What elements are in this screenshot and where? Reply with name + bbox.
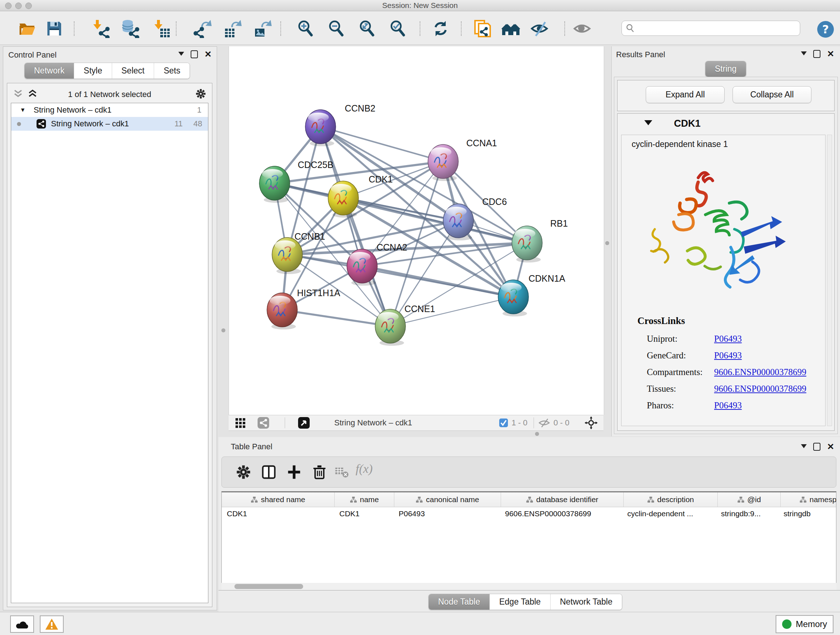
cell-namespace[interactable]: stringdb [778, 507, 836, 520]
table-horizontal-scrollbar[interactable] [221, 583, 836, 590]
cell-name[interactable]: CDK1 [334, 507, 393, 520]
right-splitter-handle[interactable] [605, 241, 609, 245]
search-input[interactable] [637, 22, 798, 35]
node-RB1[interactable] [512, 226, 542, 263]
show-columns-icon[interactable] [260, 463, 278, 481]
cell-at-id[interactable]: stringdb:9... [716, 507, 778, 520]
table-options-gear-icon[interactable] [235, 463, 252, 481]
tree-expander-icon[interactable]: ▼ [20, 103, 26, 117]
column-header-database-identifier[interactable]: database identifier [501, 492, 624, 507]
window-close-button[interactable] [5, 3, 11, 9]
column-header-name[interactable]: name [335, 492, 394, 507]
grid-view-icon[interactable] [235, 418, 246, 429]
results-scrollbar[interactable] [827, 135, 832, 426]
network-view-mode-icon[interactable] [257, 417, 269, 429]
expand-all-button[interactable]: Expand All [646, 86, 725, 103]
toolbar-separator [420, 21, 420, 36]
show-all-eye-icon[interactable] [573, 19, 592, 38]
cell-description[interactable]: cyclin-dependent ... [622, 507, 716, 520]
collapse-entry-icon[interactable] [644, 120, 652, 129]
crosslink-value-link[interactable]: 9606.ENSP00000378699 [714, 367, 806, 377]
tab-network-table[interactable]: Network Table [551, 594, 622, 610]
panel-menu-icon[interactable] [801, 51, 807, 58]
import-network-from-file-icon[interactable] [91, 19, 110, 38]
zoom-fit-icon[interactable] [358, 19, 377, 38]
node-CCNE1[interactable] [375, 309, 406, 346]
cell-database-identifier[interactable]: 9606.ENSP00000378699 [500, 507, 622, 520]
tab-edge-table[interactable]: Edge Table [490, 594, 551, 610]
cloud-status-button[interactable] [10, 616, 34, 633]
panel-close-icon[interactable]: ✕ [204, 51, 212, 57]
tab-network[interactable]: Network [25, 63, 74, 79]
open-session-icon[interactable] [18, 19, 36, 38]
column-header-canonical-name[interactable]: canonical name [394, 492, 501, 507]
node-HIST1H1A[interactable] [267, 293, 297, 329]
tab-node-table[interactable]: Node Table [429, 594, 490, 610]
panel-float-icon[interactable] [191, 50, 198, 58]
save-session-icon[interactable] [45, 19, 64, 38]
edge-HIST1H1A-CCNE1[interactable] [282, 310, 390, 326]
birds-eye-view-icon[interactable] [298, 417, 309, 429]
crosslink-value-link[interactable]: P06493 [714, 401, 742, 410]
panel-float-icon[interactable] [813, 50, 821, 58]
add-column-icon[interactable] [286, 463, 303, 481]
import-table-from-file-icon[interactable] [152, 19, 171, 38]
zoom-selected-icon[interactable] [388, 19, 407, 38]
home-icon[interactable] [501, 19, 520, 38]
node-CDK1[interactable] [328, 181, 358, 218]
node-table-grid: shared namenamecanonical namedatabase id… [221, 491, 836, 584]
column-header-shared-name[interactable]: shared name [222, 492, 335, 507]
fit-content-crosshair-icon[interactable] [584, 416, 598, 429]
help-icon[interactable]: ? [816, 20, 835, 39]
zoom-in-icon[interactable] [296, 19, 315, 38]
export-image-icon[interactable] [254, 19, 273, 38]
network-collection-row[interactable]: ▼ String Network – cdk1 1 [11, 103, 208, 117]
crosslink-value-link[interactable]: 9606.ENSP00000378699 [714, 384, 806, 394]
warnings-button[interactable] [40, 616, 64, 633]
bottom-splitter-handle[interactable] [535, 432, 539, 436]
column-header-namespace[interactable]: namespace [781, 492, 836, 507]
scrollbar-thumb[interactable] [234, 584, 303, 589]
tab-select[interactable]: Select [112, 63, 155, 79]
node-CCNB1[interactable] [272, 238, 302, 274]
collection-count: 1 [197, 103, 202, 117]
column-header-at-id[interactable]: @id [718, 492, 781, 507]
node-CDKN1A[interactable] [498, 280, 529, 317]
refresh-view-icon[interactable] [431, 19, 450, 38]
delete-column-trash-icon[interactable] [311, 463, 328, 481]
cell-canonical-name[interactable]: P06493 [393, 507, 500, 520]
hide-selected-eye-slash-icon[interactable] [531, 19, 549, 38]
panel-float-icon[interactable] [813, 443, 821, 451]
network-view-canvas[interactable]: CCNB2CCNA1CDC25BCDK1CDC6RB1CCNB1CCNA2CDK… [229, 46, 604, 415]
memory-button[interactable]: Memory [775, 615, 834, 633]
panel-menu-icon[interactable] [801, 444, 807, 451]
network-row-selected[interactable]: String Network – cdk1 11 48 [11, 117, 208, 131]
window-zoom-button[interactable] [25, 3, 32, 9]
left-splitter-handle[interactable] [221, 328, 225, 333]
tab-sets[interactable]: Sets [154, 63, 189, 79]
panel-close-icon[interactable]: ✕ [827, 443, 834, 450]
delete-table-icon[interactable] [335, 466, 349, 478]
export-table-icon[interactable] [224, 19, 243, 38]
tab-style[interactable]: Style [74, 63, 112, 79]
panel-menu-icon[interactable] [178, 52, 184, 59]
function-builder-icon[interactable]: f(x) [355, 462, 382, 481]
crosslink-value-link[interactable]: P06493 [714, 350, 742, 361]
cell-shared-name[interactable]: CDK1 [222, 507, 334, 520]
zoom-out-icon[interactable] [327, 19, 346, 38]
selected-checkbox-icon[interactable] [499, 418, 508, 427]
table-row[interactable]: CDK1CDK1P064939606.ENSP00000378699cyclin… [222, 507, 836, 520]
column-header-description[interactable]: description [624, 492, 718, 507]
collapse-all-button[interactable]: Collapse All [733, 86, 812, 103]
svg-text:?: ? [822, 22, 829, 36]
crosslink-value-link[interactable]: P06493 [714, 334, 742, 344]
clone-network-icon[interactable] [472, 19, 491, 38]
export-network-icon[interactable] [193, 19, 212, 38]
window-minimize-button[interactable] [15, 3, 22, 9]
node-CDC25B[interactable] [259, 166, 290, 203]
import-network-from-database-icon[interactable] [121, 19, 140, 38]
panel-close-icon[interactable]: ✕ [827, 51, 834, 57]
edge-CCNA2-CDKN1A[interactable] [362, 266, 513, 297]
network-options-gear-icon[interactable] [195, 88, 207, 100]
tab-string[interactable]: String [706, 61, 746, 77]
